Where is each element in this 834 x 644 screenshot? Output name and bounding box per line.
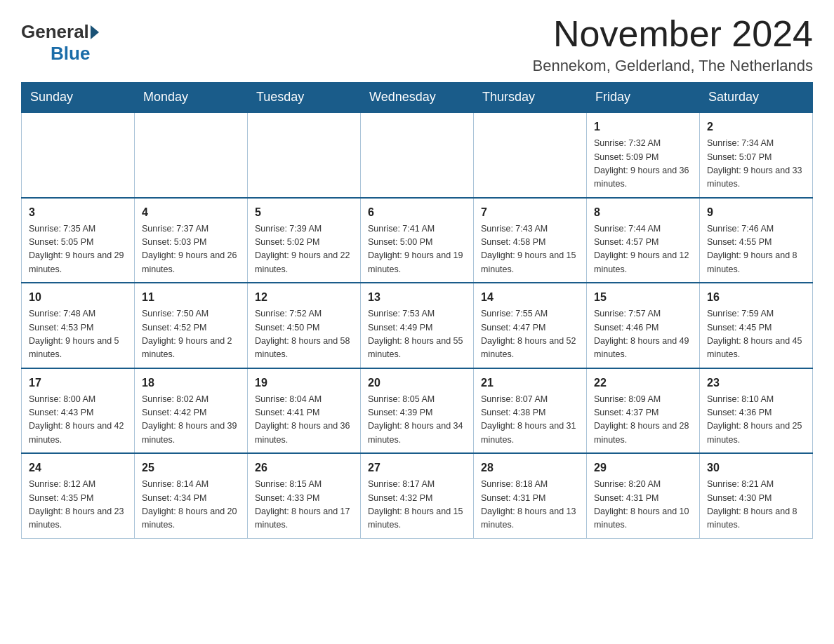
day-number: 16 xyxy=(707,289,805,306)
calendar-cell: 9Sunrise: 7:46 AM Sunset: 4:55 PM Daylig… xyxy=(700,198,813,283)
column-header-friday: Friday xyxy=(587,83,700,113)
column-header-thursday: Thursday xyxy=(474,83,587,113)
day-info: Sunrise: 8:14 AM Sunset: 4:34 PM Dayligh… xyxy=(142,478,240,532)
day-number: 14 xyxy=(481,289,579,306)
day-number: 7 xyxy=(481,204,579,221)
day-info: Sunrise: 7:39 AM Sunset: 5:02 PM Dayligh… xyxy=(255,222,353,277)
logo-general: General xyxy=(21,21,99,43)
calendar-cell xyxy=(361,112,474,198)
day-info: Sunrise: 7:32 AM Sunset: 5:09 PM Dayligh… xyxy=(594,137,692,192)
calendar-cell: 27Sunrise: 8:17 AM Sunset: 4:32 PM Dayli… xyxy=(361,453,474,538)
day-info: Sunrise: 7:44 AM Sunset: 4:57 PM Dayligh… xyxy=(594,222,692,277)
day-info: Sunrise: 8:07 AM Sunset: 4:38 PM Dayligh… xyxy=(481,393,579,448)
calendar-cell: 10Sunrise: 7:48 AM Sunset: 4:53 PM Dayli… xyxy=(22,283,135,368)
day-number: 8 xyxy=(594,204,692,221)
calendar-cell: 7Sunrise: 7:43 AM Sunset: 4:58 PM Daylig… xyxy=(474,198,587,283)
day-info: Sunrise: 7:48 AM Sunset: 4:53 PM Dayligh… xyxy=(29,307,127,362)
day-number: 21 xyxy=(481,375,579,391)
day-info: Sunrise: 8:21 AM Sunset: 4:30 PM Dayligh… xyxy=(707,478,805,532)
day-number: 20 xyxy=(368,375,466,391)
calendar-cell xyxy=(248,112,361,198)
calendar-cell: 12Sunrise: 7:52 AM Sunset: 4:50 PM Dayli… xyxy=(248,283,361,368)
day-number: 17 xyxy=(29,375,127,391)
calendar-cell: 11Sunrise: 7:50 AM Sunset: 4:52 PM Dayli… xyxy=(135,283,248,368)
day-info: Sunrise: 8:02 AM Sunset: 4:42 PM Dayligh… xyxy=(142,393,240,448)
day-number: 12 xyxy=(255,289,353,306)
logo-arrow-icon xyxy=(91,25,99,39)
day-info: Sunrise: 8:04 AM Sunset: 4:41 PM Dayligh… xyxy=(255,393,353,448)
logo-general-text: General xyxy=(21,21,89,43)
calendar-cell: 29Sunrise: 8:20 AM Sunset: 4:31 PM Dayli… xyxy=(587,453,700,538)
day-info: Sunrise: 7:34 AM Sunset: 5:07 PM Dayligh… xyxy=(707,137,805,192)
calendar-cell: 14Sunrise: 7:55 AM Sunset: 4:47 PM Dayli… xyxy=(474,283,587,368)
day-number: 27 xyxy=(368,459,466,476)
day-info: Sunrise: 7:37 AM Sunset: 5:03 PM Dayligh… xyxy=(142,222,240,277)
week-row-2: 3Sunrise: 7:35 AM Sunset: 5:05 PM Daylig… xyxy=(22,198,813,283)
day-info: Sunrise: 7:35 AM Sunset: 5:05 PM Dayligh… xyxy=(29,222,127,277)
calendar-cell: 26Sunrise: 8:15 AM Sunset: 4:33 PM Dayli… xyxy=(248,453,361,538)
day-number: 23 xyxy=(707,375,805,391)
calendar-cell: 20Sunrise: 8:05 AM Sunset: 4:39 PM Dayli… xyxy=(361,368,474,454)
day-number: 22 xyxy=(594,375,692,391)
day-info: Sunrise: 8:12 AM Sunset: 4:35 PM Dayligh… xyxy=(29,478,127,532)
day-info: Sunrise: 7:50 AM Sunset: 4:52 PM Dayligh… xyxy=(142,307,240,362)
column-header-wednesday: Wednesday xyxy=(361,83,474,113)
day-number: 10 xyxy=(29,289,127,306)
day-info: Sunrise: 8:20 AM Sunset: 4:31 PM Dayligh… xyxy=(594,478,692,532)
day-info: Sunrise: 7:55 AM Sunset: 4:47 PM Dayligh… xyxy=(481,307,579,362)
week-row-4: 17Sunrise: 8:00 AM Sunset: 4:43 PM Dayli… xyxy=(22,368,813,454)
day-info: Sunrise: 8:10 AM Sunset: 4:36 PM Dayligh… xyxy=(707,393,805,448)
calendar-cell: 4Sunrise: 7:37 AM Sunset: 5:03 PM Daylig… xyxy=(135,198,248,283)
day-number: 19 xyxy=(255,375,353,391)
calendar-cell: 3Sunrise: 7:35 AM Sunset: 5:05 PM Daylig… xyxy=(22,198,135,283)
calendar-cell: 22Sunrise: 8:09 AM Sunset: 4:37 PM Dayli… xyxy=(587,368,700,454)
day-info: Sunrise: 7:52 AM Sunset: 4:50 PM Dayligh… xyxy=(255,307,353,362)
day-info: Sunrise: 7:57 AM Sunset: 4:46 PM Dayligh… xyxy=(594,307,692,362)
calendar-cell xyxy=(474,112,587,198)
column-header-saturday: Saturday xyxy=(700,83,813,113)
calendar-cell: 25Sunrise: 8:14 AM Sunset: 4:34 PM Dayli… xyxy=(135,453,248,538)
column-header-tuesday: Tuesday xyxy=(248,83,361,113)
calendar-cell: 16Sunrise: 7:59 AM Sunset: 4:45 PM Dayli… xyxy=(700,283,813,368)
day-number: 24 xyxy=(29,459,127,476)
day-number: 11 xyxy=(142,289,240,306)
calendar-cell: 15Sunrise: 7:57 AM Sunset: 4:46 PM Dayli… xyxy=(587,283,700,368)
day-number: 28 xyxy=(481,459,579,476)
day-number: 18 xyxy=(142,375,240,391)
column-header-sunday: Sunday xyxy=(22,83,135,113)
day-number: 3 xyxy=(29,204,127,221)
day-info: Sunrise: 7:53 AM Sunset: 4:49 PM Dayligh… xyxy=(368,307,466,362)
day-info: Sunrise: 8:00 AM Sunset: 4:43 PM Dayligh… xyxy=(29,393,127,448)
day-number: 6 xyxy=(368,204,466,221)
title-section: November 2024 Bennekom, Gelderland, The … xyxy=(532,14,813,75)
day-info: Sunrise: 7:46 AM Sunset: 4:55 PM Dayligh… xyxy=(707,222,805,277)
day-info: Sunrise: 8:17 AM Sunset: 4:32 PM Dayligh… xyxy=(368,478,466,532)
calendar-cell: 8Sunrise: 7:44 AM Sunset: 4:57 PM Daylig… xyxy=(587,198,700,283)
week-row-1: 1Sunrise: 7:32 AM Sunset: 5:09 PM Daylig… xyxy=(22,112,813,198)
calendar-cell: 19Sunrise: 8:04 AM Sunset: 4:41 PM Dayli… xyxy=(248,368,361,454)
day-info: Sunrise: 7:43 AM Sunset: 4:58 PM Dayligh… xyxy=(481,222,579,277)
day-info: Sunrise: 8:05 AM Sunset: 4:39 PM Dayligh… xyxy=(368,393,466,448)
day-number: 2 xyxy=(707,119,805,135)
calendar-cell: 1Sunrise: 7:32 AM Sunset: 5:09 PM Daylig… xyxy=(587,112,700,198)
logo-blue-text: Blue xyxy=(51,43,90,65)
calendar-header-row: SundayMondayTuesdayWednesdayThursdayFrid… xyxy=(22,83,813,113)
day-info: Sunrise: 8:18 AM Sunset: 4:31 PM Dayligh… xyxy=(481,478,579,532)
day-number: 5 xyxy=(255,204,353,221)
calendar-cell: 2Sunrise: 7:34 AM Sunset: 5:07 PM Daylig… xyxy=(700,112,813,198)
day-number: 13 xyxy=(368,289,466,306)
calendar-cell: 13Sunrise: 7:53 AM Sunset: 4:49 PM Dayli… xyxy=(361,283,474,368)
calendar-cell: 23Sunrise: 8:10 AM Sunset: 4:36 PM Dayli… xyxy=(700,368,813,454)
calendar-cell: 17Sunrise: 8:00 AM Sunset: 4:43 PM Dayli… xyxy=(22,368,135,454)
day-number: 30 xyxy=(707,459,805,476)
calendar-cell: 5Sunrise: 7:39 AM Sunset: 5:02 PM Daylig… xyxy=(248,198,361,283)
week-row-3: 10Sunrise: 7:48 AM Sunset: 4:53 PM Dayli… xyxy=(22,283,813,368)
day-info: Sunrise: 7:59 AM Sunset: 4:45 PM Dayligh… xyxy=(707,307,805,362)
calendar-cell: 28Sunrise: 8:18 AM Sunset: 4:31 PM Dayli… xyxy=(474,453,587,538)
column-header-monday: Monday xyxy=(135,83,248,113)
week-row-5: 24Sunrise: 8:12 AM Sunset: 4:35 PM Dayli… xyxy=(22,453,813,538)
day-number: 26 xyxy=(255,459,353,476)
calendar-cell: 21Sunrise: 8:07 AM Sunset: 4:38 PM Dayli… xyxy=(474,368,587,454)
calendar-cell: 24Sunrise: 8:12 AM Sunset: 4:35 PM Dayli… xyxy=(22,453,135,538)
location-subtitle: Bennekom, Gelderland, The Netherlands xyxy=(532,57,813,75)
